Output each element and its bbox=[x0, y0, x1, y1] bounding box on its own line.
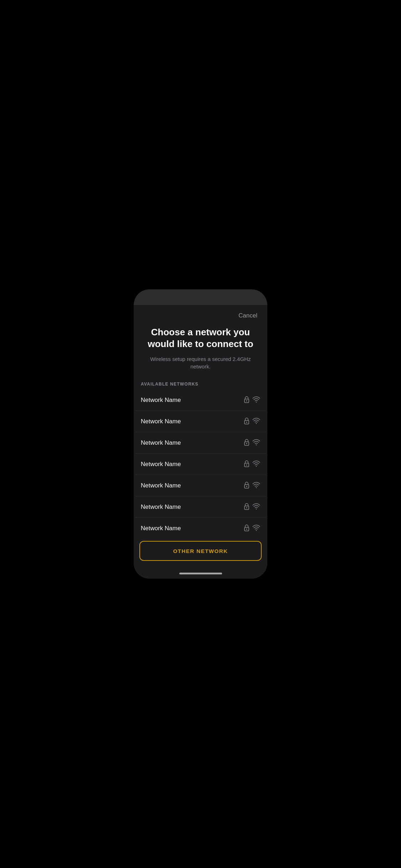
network-name: Network Name bbox=[141, 461, 244, 468]
network-list-item[interactable]: Network Name bbox=[135, 432, 266, 454]
svg-point-11 bbox=[256, 466, 257, 466]
network-name: Network Name bbox=[141, 439, 244, 446]
wifi-icon bbox=[252, 482, 260, 490]
page-title: Choose a network you would like to conne… bbox=[144, 326, 257, 350]
network-list-item[interactable]: Network Name bbox=[135, 411, 266, 432]
lock-icon bbox=[244, 481, 250, 490]
status-bar bbox=[134, 289, 267, 305]
svg-point-17 bbox=[256, 508, 257, 509]
home-indicator bbox=[134, 568, 267, 579]
svg-point-2 bbox=[256, 402, 257, 402]
lock-icon bbox=[244, 417, 250, 426]
network-icons bbox=[244, 503, 260, 511]
network-list[interactable]: Network Name Network Name Network Name bbox=[134, 389, 267, 537]
svg-point-1 bbox=[246, 400, 247, 401]
wifi-icon bbox=[252, 460, 260, 468]
svg-point-13 bbox=[246, 486, 247, 487]
network-icons bbox=[244, 396, 260, 404]
lock-icon bbox=[244, 524, 250, 533]
network-name: Network Name bbox=[141, 418, 244, 425]
network-list-item[interactable]: Network Name bbox=[135, 389, 266, 411]
network-name: Network Name bbox=[141, 525, 244, 532]
svg-point-19 bbox=[246, 528, 247, 529]
network-icons bbox=[244, 460, 260, 469]
wifi-icon bbox=[252, 396, 260, 404]
svg-point-20 bbox=[256, 530, 257, 531]
lock-icon bbox=[244, 439, 250, 447]
cancel-row: Cancel bbox=[134, 305, 267, 324]
page-subtitle: Wireless setup requires a secured 2.4GHz… bbox=[144, 355, 257, 370]
lock-icon bbox=[244, 503, 250, 511]
svg-point-5 bbox=[256, 423, 257, 424]
wifi-icon bbox=[252, 525, 260, 532]
lock-icon bbox=[244, 460, 250, 469]
wifi-icon bbox=[252, 439, 260, 447]
wifi-icon bbox=[252, 418, 260, 425]
network-list-item[interactable]: Network Name bbox=[135, 454, 266, 475]
svg-point-16 bbox=[246, 507, 247, 508]
modal-container: Cancel Choose a network you would like t… bbox=[134, 305, 267, 579]
header-section: Choose a network you would like to conne… bbox=[134, 324, 267, 376]
network-icons bbox=[244, 481, 260, 490]
network-list-item[interactable]: Network Name bbox=[135, 518, 266, 537]
wifi-icon bbox=[252, 503, 260, 511]
network-icons bbox=[244, 417, 260, 426]
section-label: AVAILABLE NETWORKS bbox=[134, 376, 267, 389]
home-bar bbox=[179, 573, 222, 574]
svg-point-8 bbox=[256, 444, 257, 445]
phone-container: Cancel Choose a network you would like t… bbox=[134, 289, 267, 579]
network-name: Network Name bbox=[141, 397, 244, 404]
svg-point-10 bbox=[246, 464, 247, 465]
network-list-item[interactable]: Network Name bbox=[135, 475, 266, 496]
other-network-button[interactable]: OTHER NETWORK bbox=[139, 541, 262, 561]
network-icons bbox=[244, 439, 260, 447]
bottom-section: OTHER NETWORK bbox=[134, 537, 267, 568]
network-icons bbox=[244, 524, 260, 533]
svg-point-7 bbox=[246, 443, 247, 444]
svg-point-4 bbox=[246, 422, 247, 423]
network-name: Network Name bbox=[141, 503, 244, 511]
svg-point-14 bbox=[256, 487, 257, 488]
cancel-button[interactable]: Cancel bbox=[236, 311, 260, 321]
lock-icon bbox=[244, 396, 250, 404]
network-list-item[interactable]: Network Name bbox=[135, 496, 266, 518]
network-name: Network Name bbox=[141, 482, 244, 489]
